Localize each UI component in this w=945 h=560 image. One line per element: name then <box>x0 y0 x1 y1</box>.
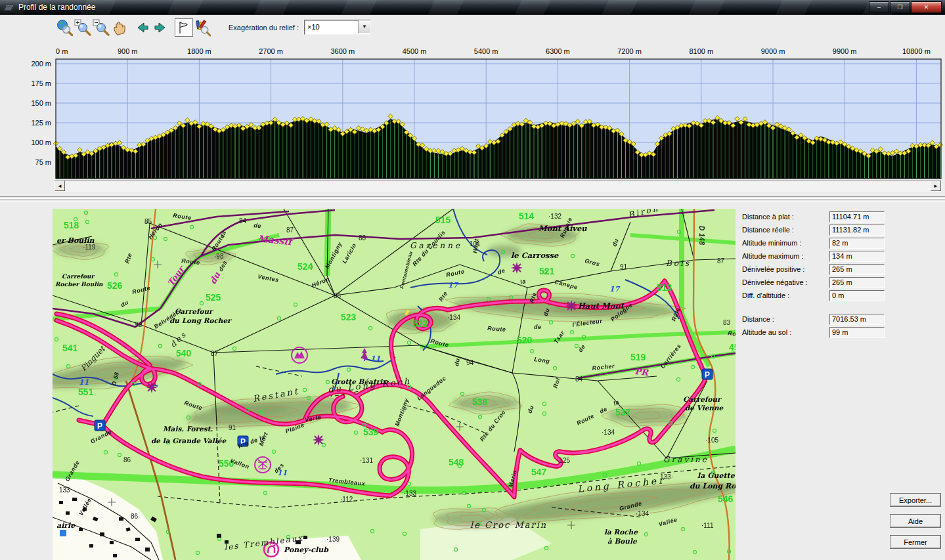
step-forward-icon <box>153 19 170 36</box>
scroll-left-icon: ◄ <box>57 183 62 189</box>
map-label: du Long Rocher <box>169 316 232 325</box>
map-label: 87 <box>286 226 294 234</box>
stat-label-4: Dénivelée positive : <box>742 265 829 273</box>
stat-value-4: 265 m <box>829 264 885 275</box>
map-label: du Long Rocher <box>690 482 736 490</box>
close-dialog-button[interactable]: Fermer <box>890 535 941 549</box>
map-label: 86 <box>131 513 139 520</box>
map-label: 514 <box>519 211 535 221</box>
map-label: 88 <box>359 234 366 242</box>
map-label: 523 <box>341 312 357 322</box>
export-button[interactable]: Exporter... <box>890 493 941 507</box>
zoom-in-button[interactable] <box>74 18 92 37</box>
map-label: 546 <box>718 494 734 504</box>
svg-text:10800 m: 10800 m <box>902 47 931 55</box>
relief-exaggeration-label: Exagération du relief : <box>229 24 299 32</box>
zoom-full-icon <box>56 19 73 36</box>
window-title: Profil de la randonnée <box>18 3 95 12</box>
svg-text:100 m: 100 m <box>31 139 51 146</box>
map-label: 84 <box>575 376 583 383</box>
stat-row: Distance réelle :11131.82 m <box>742 223 940 236</box>
stat-label-5: Dénivelée négative : <box>742 278 829 286</box>
map-label: Garenne <box>410 241 462 250</box>
relief-combo-value: ×10 <box>305 20 358 34</box>
flag-marker-toggle-button[interactable] <box>175 18 193 37</box>
map-label: 513 <box>657 282 672 293</box>
svg-text:175 m: 175 m <box>31 79 51 87</box>
stat-row: Altitude maximum :134 m <box>742 249 940 263</box>
svg-text:7200 m: 7200 m <box>617 47 642 55</box>
map-label: Carrefour <box>175 307 214 315</box>
minimize-icon: – <box>877 4 881 11</box>
stat-label-3: Altitude maximum : <box>742 252 829 260</box>
map-label: 83 <box>723 319 731 326</box>
close-button[interactable]: ✕ <box>911 1 942 13</box>
restore-button[interactable]: ❐ <box>890 1 910 13</box>
map-label: à Boule <box>607 537 638 545</box>
help-button[interactable]: Aide <box>890 514 941 528</box>
profile-zoom-button[interactable] <box>193 18 211 37</box>
svg-text:4500 m: 4500 m <box>403 47 427 55</box>
zoom-out-button[interactable] <box>92 18 110 37</box>
stat-label-8: Altitude au sol : <box>742 328 829 336</box>
map-label: de Vienne <box>685 404 724 412</box>
zoom-full-button[interactable] <box>55 18 74 37</box>
topo-map-canvas[interactable]: PPP 518526525524523540541551550539515514… <box>53 209 736 560</box>
profile-scrollbar[interactable]: ◄ ► <box>55 180 941 192</box>
map-label: 526 <box>107 280 123 291</box>
stat-value-7: 7016.53 m <box>829 314 885 325</box>
svg-text:P: P <box>97 421 102 431</box>
stat-row: Dénivelée positive :265 m <box>742 263 940 276</box>
stat-value-5: 265 m <box>829 277 885 288</box>
scroll-right-button[interactable]: ► <box>931 181 941 191</box>
map-label: 521 <box>539 266 555 276</box>
minimize-button[interactable]: – <box>869 1 889 13</box>
map-label: de <box>253 222 262 230</box>
map-label: Rocher Boulin <box>55 281 103 288</box>
map-label: ·98 <box>214 253 224 260</box>
map-label: ·105 <box>705 437 718 444</box>
map-label: du <box>453 358 461 367</box>
step-back-icon <box>135 19 152 36</box>
map-label: 525 <box>206 292 221 303</box>
stat-value-0: 11104.71 m <box>829 211 885 223</box>
svg-text:9900 m: 9900 m <box>833 47 857 55</box>
map-label: 91 <box>229 424 236 431</box>
stat-value-2: 82 m <box>829 238 885 249</box>
topo-map[interactable]: PPP 518526525524523540541551550539515514… <box>53 209 736 560</box>
combo-dropdown-button[interactable]: ▼ <box>358 20 370 33</box>
map-label: 520 <box>517 335 533 345</box>
map-label: 548 <box>449 457 464 467</box>
relief-exaggeration-combo[interactable]: ×10 ▼ <box>304 20 371 35</box>
pan-hand-button[interactable] <box>110 18 129 37</box>
svg-text:6300 m: 6300 m <box>546 47 570 55</box>
zoom-in-icon <box>74 19 91 36</box>
chevron-down-icon: ▼ <box>362 24 367 30</box>
svg-text:900 m: 900 m <box>118 47 138 55</box>
stat-row: Distance à plat :11104.71 m <box>742 210 940 223</box>
map-label: 538 <box>472 397 488 407</box>
scroll-left-button[interactable]: ◄ <box>55 181 65 191</box>
map-label: 87 <box>211 350 219 357</box>
map-label: 17 <box>609 285 621 293</box>
app-icon <box>3 3 14 12</box>
svg-text:150 m: 150 m <box>31 99 51 107</box>
map-label: 457 <box>729 342 736 353</box>
step-back-button[interactable] <box>134 18 152 37</box>
map-label: 519 <box>630 352 646 362</box>
map-label: ·112 <box>340 496 353 503</box>
map-label: Gravine <box>663 455 709 464</box>
stat-label-7: Distance : <box>742 315 829 323</box>
map-label: 551 <box>78 387 94 397</box>
stat-label-2: Altitude minimum : <box>742 239 829 247</box>
stat-row: Altitude au sol :99 m <box>742 326 940 339</box>
elevation-profile-chart[interactable]: 0 m900 m1800 m2700 m3600 m4500 m5400 m63… <box>0 39 945 180</box>
stat-label-6: Diff. d'altitude : <box>742 291 829 299</box>
map-label: 515 <box>435 215 451 225</box>
map-label: le Carrosse <box>511 251 559 260</box>
step-forward-button[interactable] <box>152 18 171 37</box>
map-label: 539 <box>363 427 379 437</box>
map-label: 86 <box>123 456 131 463</box>
stat-row: Distance :7016.53 m <box>742 312 940 326</box>
map-label: Mais. Forest. <box>163 425 213 433</box>
